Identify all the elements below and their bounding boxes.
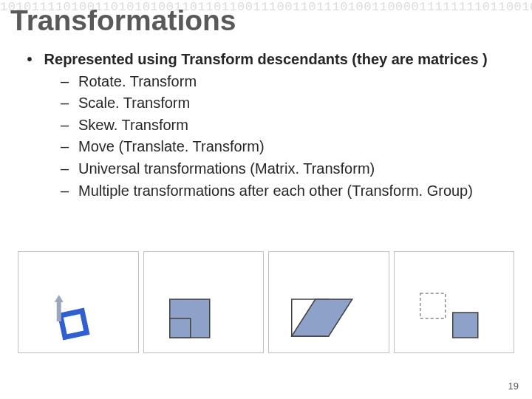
- svg-rect-0: [61, 311, 87, 338]
- rotate-icon: [18, 252, 138, 352]
- sub-item: Move (Translate. Transform): [78, 138, 265, 154]
- sub-item: Rotate. Transform: [78, 73, 197, 89]
- rotate-diagram: [18, 251, 139, 353]
- translate-icon: [395, 252, 514, 352]
- figure-row: [18, 251, 514, 353]
- skew-icon: [269, 252, 389, 352]
- sub-item: Skew. Transform: [78, 117, 188, 133]
- skew-diagram: [268, 251, 389, 353]
- slide: 1010111101001101010100110110110011100110…: [0, 0, 532, 399]
- sub-item: Multiple transformations after each othe…: [78, 183, 473, 199]
- scale-diagram: [143, 251, 265, 353]
- sub-item: Universal transformations (Matrix. Trans…: [78, 160, 375, 177]
- svg-rect-7: [420, 293, 445, 318]
- slide-body: Represented using Transform descendants …: [19, 49, 516, 202]
- svg-marker-6: [292, 299, 352, 336]
- scale-icon: [144, 252, 264, 352]
- sub-item: Scale. Transform: [78, 95, 190, 111]
- svg-rect-4: [169, 318, 190, 338]
- bullet-main: Represented using Transform descendants …: [44, 51, 488, 67]
- slide-title: Transformations: [10, 4, 236, 37]
- translate-diagram: [394, 251, 515, 353]
- svg-marker-2: [55, 295, 64, 302]
- page-number: 19: [508, 381, 519, 392]
- svg-rect-8: [452, 313, 477, 338]
